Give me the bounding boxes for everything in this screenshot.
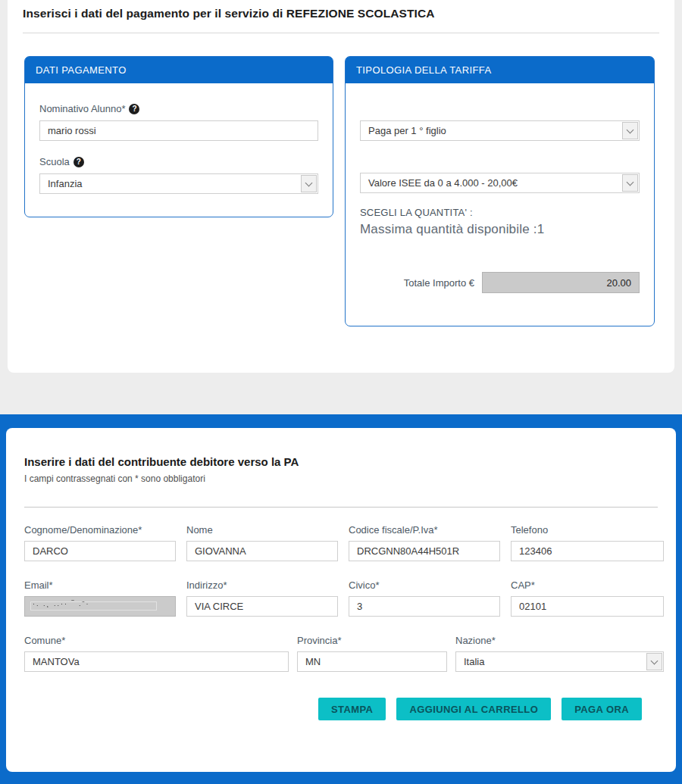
- tipologia-tariffa-panel: TIPOLOGIA DELLA TARIFFA Paga per 1 ° fig…: [345, 56, 655, 326]
- max-quantity-text: Massima quantità disponibile :1: [360, 222, 640, 237]
- provincia-label: Provincia*: [297, 635, 447, 646]
- nome-input[interactable]: [186, 541, 338, 561]
- nome-label: Nome: [186, 524, 338, 536]
- figlio-select-value: Paga per 1 ° figlio: [368, 125, 446, 136]
- comune-input[interactable]: [24, 651, 289, 672]
- debtor-form-last-row: Comune* Provincia* Nazione* Italia: [18, 635, 664, 672]
- total-importo-input: [482, 272, 640, 293]
- cap-field: CAP*: [511, 579, 664, 617]
- cap-label: CAP*: [511, 579, 664, 591]
- quantity-heading: SCEGLI LA QUANTITA' :: [360, 207, 640, 218]
- civico-input[interactable]: [349, 596, 500, 617]
- total-importo-label: Totale Importo €: [404, 277, 474, 289]
- scuola-select[interactable]: Infanzia: [39, 173, 318, 194]
- telefono-label: Telefono: [511, 524, 664, 536]
- debtor-divider: [24, 507, 658, 508]
- stampa-button[interactable]: STAMPA: [318, 698, 386, 720]
- nominativo-alunno-label-row: Nominativo Alunno* ?: [39, 103, 318, 114]
- page-title: Inserisci i dati del pagamento per il se…: [23, 7, 659, 20]
- nazione-select[interactable]: Italia: [455, 651, 664, 672]
- help-icon[interactable]: ?: [129, 104, 139, 114]
- indirizzo-label: Indirizzo*: [186, 579, 338, 591]
- comune-field: Comune*: [24, 635, 289, 672]
- chevron-down-icon: [622, 122, 638, 139]
- figlio-select[interactable]: Paga per 1 ° figlio: [360, 120, 640, 141]
- aggiungi-al-carrello-button[interactable]: AGGIUNGI AL CARRELLO: [396, 698, 551, 720]
- email-input[interactable]: ·. .¸ ..·· ‾ .¨·: [24, 596, 176, 617]
- action-buttons-row: STAMPA AGGIUNGI AL CARRELLO PAGA ORA: [18, 698, 664, 720]
- chevron-down-icon: [646, 653, 662, 670]
- isee-select[interactable]: Valore ISEE da 0 a 4.000 - 20,00€: [360, 173, 640, 193]
- payment-entry-card: Inserisci i dati del pagamento per il se…: [8, 0, 674, 373]
- indirizzo-field: Indirizzo*: [186, 579, 338, 617]
- debtor-title: Inserire i dati del contribuente debitor…: [24, 455, 664, 468]
- cognome-input[interactable]: [24, 541, 176, 561]
- help-icon[interactable]: ?: [74, 157, 84, 167]
- scuola-select-value: Infanzia: [48, 178, 83, 189]
- cognome-field: Cognome/Denominazione*: [24, 524, 176, 561]
- cap-input[interactable]: [511, 596, 664, 617]
- chevron-down-icon: [622, 174, 638, 192]
- dati-pagamento-header: DATI PAGAMENTO: [25, 57, 333, 83]
- isee-select-value: Valore ISEE da 0 a 4.000 - 20,00€: [368, 177, 518, 189]
- panels-row: DATI PAGAMENTO Nominativo Alunno* ? Scuo…: [8, 33, 674, 326]
- nazione-field: Nazione* Italia: [455, 635, 664, 672]
- nome-field: Nome: [186, 524, 338, 561]
- codice-fiscale-label: Codice fiscale/P.Iva*: [349, 524, 500, 536]
- debtor-section-band: Inserire i dati del contribuente debitor…: [0, 414, 682, 784]
- paga-ora-button[interactable]: PAGA ORA: [562, 698, 642, 720]
- email-label: Email*: [24, 579, 176, 591]
- indirizzo-input[interactable]: [186, 596, 338, 617]
- codice-fiscale-field: Codice fiscale/P.Iva*: [349, 524, 500, 561]
- nazione-select-value: Italia: [464, 656, 484, 667]
- comune-label: Comune*: [24, 635, 289, 646]
- debtor-subtitle: I campi contrassegnati con * sono obblig…: [24, 473, 664, 484]
- provincia-field: Provincia*: [297, 635, 447, 672]
- email-field: Email* ·. .¸ ..·· ‾ .¨·: [24, 579, 176, 617]
- nominativo-alunno-input[interactable]: [39, 120, 318, 141]
- dati-pagamento-panel: DATI PAGAMENTO Nominativo Alunno* ? Scuo…: [24, 56, 333, 217]
- tipologia-tariffa-header: TIPOLOGIA DELLA TARIFFA: [346, 57, 654, 83]
- debtor-card: Inserire i dati del contribuente debitor…: [6, 428, 676, 772]
- telefono-input[interactable]: [511, 541, 664, 561]
- tipologia-tariffa-body: Paga per 1 ° figlio Valore ISEE da 0 a 4…: [346, 83, 654, 326]
- dati-pagamento-body: Nominativo Alunno* ? Scuola ? Infanzia: [25, 83, 333, 217]
- redacted-email-value: ·. .¸ ..·· ‾ .¨·: [33, 600, 89, 608]
- chevron-down-icon: [301, 175, 317, 192]
- scuola-label-row: Scuola ?: [39, 156, 318, 167]
- telefono-field: Telefono: [511, 524, 664, 561]
- nominativo-alunno-label: Nominativo Alunno*: [39, 103, 125, 114]
- cognome-label: Cognome/Denominazione*: [24, 524, 176, 536]
- debtor-form-rows: Cognome/Denominazione* Nome Codice fisca…: [18, 524, 664, 617]
- provincia-input[interactable]: [297, 651, 447, 672]
- civico-field: Civico*: [349, 579, 500, 617]
- scuola-label: Scuola: [39, 156, 70, 167]
- civico-label: Civico*: [349, 579, 500, 591]
- nazione-label: Nazione*: [455, 635, 664, 646]
- total-row: Totale Importo €: [360, 272, 640, 293]
- codice-fiscale-input[interactable]: [349, 541, 500, 561]
